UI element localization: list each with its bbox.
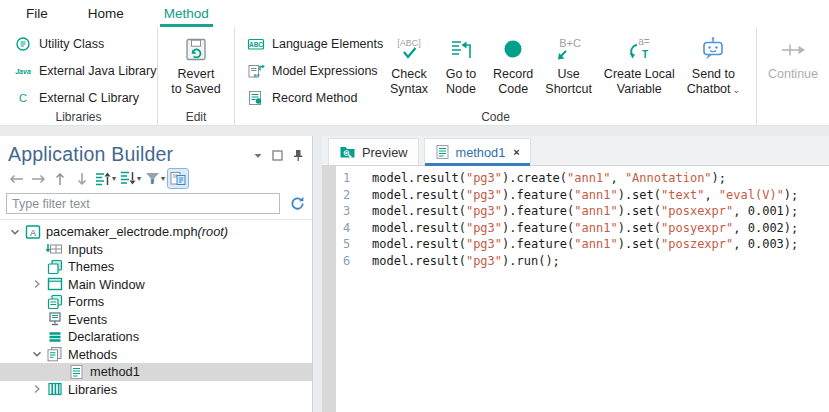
- ribbon-button-label: Model Expressions: [272, 64, 378, 78]
- pin-icon: [292, 149, 304, 162]
- tree-item-libraries[interactable]: Libraries: [0, 381, 312, 399]
- ribbon-button-external-c-library[interactable]: CExternal C Library: [10, 87, 149, 109]
- tree-item-forms[interactable]: Forms: [0, 293, 312, 311]
- ribbon-button-label: Send toChatbot⌄: [687, 67, 740, 98]
- tree-item-inputs[interactable]: Inputs: [0, 241, 312, 259]
- tree-item-label: Themes: [68, 259, 114, 274]
- tree-expanded-icon[interactable]: [28, 346, 46, 362]
- ribbon-group-debug: Continue: [756, 27, 829, 125]
- tree-item-events[interactable]: Events: [0, 311, 312, 329]
- ribbon-button-check-syntax[interactable]: [ABC]CheckSyntax: [383, 29, 435, 109]
- show-in-editor-button[interactable]: [168, 169, 188, 188]
- code-line: model.result("pg3").feature("ann1").set(…: [372, 236, 829, 253]
- ribbon-button-revert-to-saved[interactable]: Revertto Saved: [165, 29, 226, 97]
- tree-item-methods[interactable]: Methods: [0, 346, 312, 364]
- ribbon-button-utility-class[interactable]: Utility Class: [10, 33, 149, 55]
- editor-tab-bar: Previewmethod1×: [322, 136, 829, 166]
- tree-chevron-spacer: [28, 259, 46, 275]
- ribbon-content-divider: [0, 126, 829, 136]
- menu-tab-file[interactable]: File: [24, 2, 50, 27]
- ribbon-button-record-method[interactable]: Record Method: [243, 87, 373, 109]
- code-token: ).run();: [502, 254, 560, 268]
- string-token: "ann1": [574, 221, 617, 235]
- model-expressions-icon: a=: [247, 63, 265, 79]
- ribbon-button-record-code[interactable]: RecordCode: [487, 29, 539, 109]
- ribbon-button-language-elements[interactable]: ABCLanguage Elements: [243, 33, 373, 55]
- ribbon-button-label: External Java Library: [39, 64, 156, 78]
- forward-arrow-button[interactable]: [28, 169, 48, 188]
- menu-tab-method[interactable]: Method: [162, 2, 211, 27]
- back-arrow-button[interactable]: [6, 169, 26, 188]
- ribbon-button-external-java-library[interactable]: JavaExternal Java Library: [10, 60, 149, 82]
- filter-button[interactable]: ▾: [144, 169, 166, 188]
- move-down-button[interactable]: ▾: [119, 169, 142, 188]
- ribbon-group-libraries: Utility ClassJavaExternal Java LibraryCE…: [0, 27, 157, 125]
- code-token: , 0.001);: [733, 204, 798, 218]
- ribbon-button-send-to-chatbot[interactable]: Send toChatbot⌄: [681, 29, 746, 109]
- refresh-icon[interactable]: [288, 195, 306, 213]
- line-number: 1: [336, 170, 362, 187]
- c-library-icon: C: [14, 90, 32, 106]
- breakpoint-gutter[interactable]: [322, 166, 336, 412]
- editor-tab-label: Preview: [362, 145, 408, 160]
- close-icon[interactable]: ×: [513, 146, 519, 158]
- string-token: "pg3": [466, 171, 502, 185]
- move-up-icon: [95, 171, 111, 186]
- ribbon-button-label: Create LocalVariable: [604, 67, 675, 97]
- up-arrow-button[interactable]: [50, 169, 70, 188]
- tree-collapsed-icon[interactable]: [28, 381, 46, 397]
- chevron-down-icon: ▾: [112, 174, 116, 183]
- java-library-icon: Java: [14, 63, 32, 79]
- tree-collapsed-icon[interactable]: [28, 276, 46, 292]
- svg-text:C: C: [19, 92, 27, 104]
- tree-toolbar: ▾▾▾: [0, 166, 312, 190]
- menu-tab-home[interactable]: Home: [86, 2, 126, 27]
- down-arrow-button[interactable]: [72, 169, 92, 188]
- editor-tab-method1[interactable]: method1×: [424, 138, 531, 165]
- code-token: ).set(: [618, 204, 661, 218]
- ribbon-group-label: Edit: [158, 110, 234, 124]
- ribbon-button-label: Language Elements: [272, 37, 383, 51]
- main-area: Application Builder ▾▾▾ Apacemaker_elect…: [0, 136, 829, 412]
- declarations-icon: [46, 329, 63, 345]
- application-tree: Apacemaker_electrode.mph (root)InputsThe…: [0, 219, 312, 412]
- pin-icon[interactable]: [291, 149, 304, 162]
- string-token: "eval(V)": [719, 188, 784, 202]
- filter-input[interactable]: [6, 193, 280, 214]
- tree-chevron-spacer: [28, 294, 46, 310]
- svg-text:[ABC]: [ABC]: [397, 38, 421, 48]
- ribbon-button-use-shortcut[interactable]: B+CUseShortcut: [539, 29, 598, 109]
- string-token: "pg3": [466, 204, 502, 218]
- ribbon-button-label: Record Method: [272, 91, 357, 105]
- tree-item-method1[interactable]: method1: [0, 363, 312, 381]
- create-local-variable-icon: a=T: [622, 35, 656, 65]
- tree-item-main-window[interactable]: Main Window: [0, 276, 312, 294]
- application-builder-panel: Application Builder ▾▾▾ Apacemaker_elect…: [0, 136, 313, 412]
- ribbon-button-go-to-node[interactable]: Go toNode: [435, 29, 487, 109]
- revert-to-saved-icon: [182, 36, 210, 64]
- chevron-down-icon[interactable]: [251, 149, 264, 162]
- move-up-button[interactable]: ▾: [94, 169, 117, 188]
- chevron-down-icon: [253, 151, 263, 161]
- tree-item-pacemaker-electrode-mph[interactable]: Apacemaker_electrode.mph (root): [0, 223, 312, 241]
- tree-item-declarations[interactable]: Declarations: [0, 328, 312, 346]
- code-token: model.result(: [372, 204, 466, 218]
- chevron-down-icon: ▾: [137, 174, 141, 183]
- inputs-icon: [46, 241, 63, 257]
- language-elements-icon: ABC: [247, 36, 265, 52]
- ribbon-button-model-expressions[interactable]: a=Model Expressions: [243, 60, 373, 82]
- themes-icon: [46, 259, 63, 275]
- ribbon-button-create-local-variable[interactable]: a=TCreate LocalVariable: [598, 29, 681, 109]
- ribbon-button-label: Utility Class: [39, 37, 104, 51]
- tree-item-themes[interactable]: Themes: [0, 258, 312, 276]
- code-line: model.result("pg3").feature("ann1").set(…: [372, 220, 829, 237]
- code-token: ).create(: [502, 171, 567, 185]
- tree-expanded-icon[interactable]: [6, 224, 24, 240]
- float-window-icon[interactable]: [271, 149, 284, 162]
- ribbon-button-label: Go toNode: [446, 67, 477, 97]
- record-code-icon: [498, 35, 528, 65]
- code-token: model.result(: [372, 188, 466, 202]
- panel-splitter[interactable]: [313, 136, 322, 412]
- code-area[interactable]: model.result("pg3").create("ann1", "Anno…: [362, 166, 829, 412]
- editor-tab-preview[interactable]: Preview: [328, 138, 419, 165]
